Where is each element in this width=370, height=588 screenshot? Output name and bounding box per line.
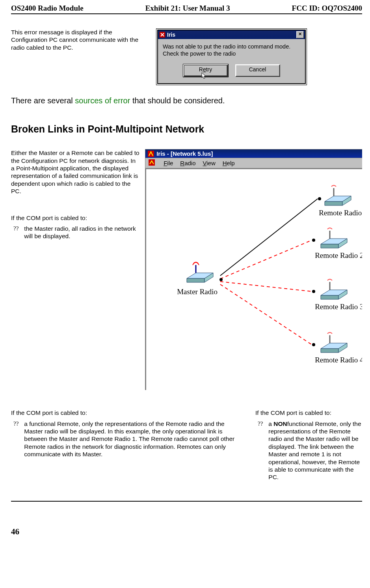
- bullet-master-radio: the Master radio, all radios in the netw…: [24, 225, 140, 240]
- header-left: OS2400 Radio Module: [11, 4, 84, 13]
- section-heading: Broken Links in Point-Multipoint Network: [11, 123, 362, 135]
- app-icon: [159, 32, 165, 38]
- sources-of-error-sentence: There are several sources of error that …: [11, 96, 362, 105]
- error-dialog: Iris ✕ Was not able to put the radio int…: [157, 30, 306, 84]
- svg-marker-17: [321, 295, 338, 299]
- intro-paragraph: This error message is displayed if the C…: [11, 28, 149, 51]
- com-port-subhead-2: If the COM port is cabled to:: [11, 409, 244, 416]
- sources-of-error-link[interactable]: sources of error: [75, 96, 130, 105]
- app-titlebar[interactable]: Iris - [Network 5.lus]: [145, 149, 362, 158]
- remote-radio-2-icon[interactable]: [319, 228, 350, 251]
- remote-radio-1-label: Remote Radio: [319, 209, 362, 217]
- broken-links-para: Either the Master or a Remote can be cab…: [11, 149, 140, 195]
- retry-button[interactable]: Retry: [183, 64, 228, 77]
- cursor-icon: [201, 72, 207, 80]
- svg-marker-14: [321, 244, 338, 248]
- remote-radio-4-icon[interactable]: [319, 332, 350, 356]
- dialog-titlebar[interactable]: Iris ✕: [158, 30, 305, 39]
- bullet-nonfunctional-remote: a NONfunctional Remote, only the represe…: [268, 420, 362, 481]
- menu-file[interactable]: File: [164, 160, 173, 166]
- header-center: Exhibit 21: User Manual 3: [145, 4, 230, 13]
- bullet-mark: ??: [11, 225, 19, 240]
- svg-line-5: [220, 282, 312, 291]
- com-port-subhead-1: If the COM port is cabled to:: [11, 214, 140, 222]
- close-icon[interactable]: ✕: [296, 31, 304, 38]
- menu-view[interactable]: View: [203, 160, 216, 166]
- master-radio-icon[interactable]: [185, 262, 216, 286]
- iris-app-icon: [148, 151, 154, 157]
- svg-marker-20: [321, 349, 338, 353]
- error-dialog-frame: Iris ✕ Was not able to put the radio int…: [156, 28, 307, 85]
- bullet-functional-remote: a functional Remote, only the representa…: [24, 420, 244, 458]
- bullet-mark: ??: [11, 420, 19, 458]
- header-right: FCC ID: OQ7OS2400: [292, 4, 362, 13]
- cancel-button[interactable]: Cancel: [235, 64, 280, 77]
- remote-radio-2-label: Remote Radio 2: [315, 251, 362, 260]
- dialog-msg-line1: Was not able to put the radio into comma…: [163, 43, 300, 50]
- svg-line-4: [220, 240, 312, 279]
- app-menubar: File Radio View Help: [145, 158, 362, 168]
- app-title: Iris - [Network 5.lus]: [156, 150, 213, 157]
- network-diagram-canvas[interactable]: Master Radio Remote Radio Remote Radio 2: [145, 168, 362, 390]
- iris-app-window: Iris - [Network 5.lus] File Radio View H…: [145, 149, 362, 390]
- dialog-title: Iris: [167, 32, 175, 38]
- com-port-subhead-3: If the COM port is cabled to:: [255, 409, 362, 416]
- svg-marker-11: [325, 202, 342, 205]
- dialog-msg-line2: Check the power to the radio: [163, 50, 300, 57]
- remote-radio-3-label: Remote Radio 3: [315, 302, 362, 311]
- control-menu-icon[interactable]: [149, 159, 155, 167]
- dialog-message: Was not able to put the radio into comma…: [163, 43, 300, 57]
- remote-radio-3-icon[interactable]: [319, 279, 350, 302]
- footer-rule: 46: [11, 501, 362, 537]
- page-header: OS2400 Radio Module Exhibit 21: User Man…: [11, 4, 362, 14]
- master-radio-label: Master Radio: [177, 287, 218, 296]
- page-number: 46: [11, 527, 362, 537]
- menu-help[interactable]: Help: [223, 160, 235, 166]
- bullet-mark: ??: [255, 420, 263, 481]
- remote-radio-1-icon[interactable]: [323, 185, 353, 209]
- svg-line-6: [220, 284, 312, 345]
- svg-marker-8: [187, 278, 205, 282]
- svg-line-3: [220, 199, 318, 276]
- remote-radio-4-label: Remote Radio 4: [315, 356, 362, 364]
- menu-radio[interactable]: Radio: [180, 160, 195, 166]
